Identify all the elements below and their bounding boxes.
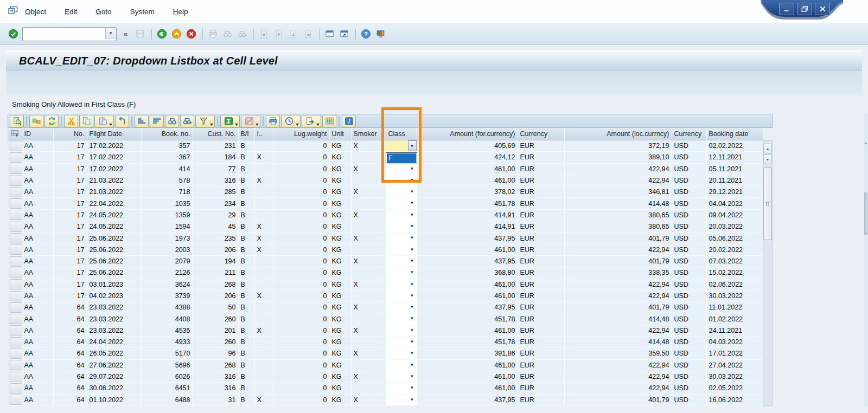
row-selector-button[interactable] — [10, 141, 22, 151]
chevron-down-icon[interactable]: ▼ — [410, 248, 414, 252]
row-selector-button[interactable] — [10, 314, 22, 324]
select-all-header[interactable] — [8, 128, 22, 140]
collapse-icon[interactable]: « — [119, 28, 132, 41]
row-selector-button[interactable] — [10, 187, 22, 197]
sort-desc-icon[interactable] — [150, 115, 164, 127]
enter-icon[interactable] — [7, 28, 20, 41]
class-dropdown-cell[interactable]: ▼ — [386, 371, 417, 382]
row-selector-button[interactable] — [10, 152, 22, 163]
class-dropdown-cell[interactable]: ▼ — [386, 325, 417, 336]
column-header-currency[interactable]: Currency — [672, 128, 706, 140]
class-combo-dropdown-button[interactable]: ▼ — [408, 140, 417, 151]
row-selector[interactable] — [8, 337, 22, 348]
class-dropdown-cell[interactable]: ▼ — [386, 221, 417, 233]
page-scroll-arrow[interactable]: ▲ — [864, 141, 868, 145]
grid-vertical-scrollbar[interactable]: ▲ ▼ — [763, 140, 773, 406]
cancel-icon[interactable] — [184, 28, 197, 41]
row-selector[interactable] — [8, 152, 22, 163]
back-icon[interactable] — [155, 28, 168, 41]
row-selector[interactable] — [8, 313, 22, 325]
column-header-amount-loc-currncy-[interactable]: Amount (loc.currncy) — [564, 128, 672, 140]
chevron-down-icon[interactable]: ▼ — [410, 317, 414, 321]
row-selector-button[interactable] — [10, 291, 22, 301]
class-dropdown-option-f[interactable]: F — [387, 153, 416, 163]
row-selector[interactable] — [8, 255, 22, 267]
print-grid-icon[interactable] — [266, 115, 280, 127]
class-dropdown-cell[interactable]: ▼ — [386, 394, 417, 405]
row-selector[interactable] — [8, 140, 22, 152]
column-header-unit[interactable]: Unit — [329, 128, 351, 140]
class-dropdown-cell[interactable]: ▼ — [386, 255, 417, 267]
row-selector[interactable] — [8, 302, 22, 313]
column-header-amount-for-currency-[interactable]: Amount (for.currency) — [417, 128, 518, 140]
row-selector[interactable] — [8, 348, 22, 359]
row-selector[interactable] — [8, 209, 22, 221]
class-dropdown-cell[interactable]: ▼ — [386, 359, 417, 371]
system-menu-icon[interactable] — [7, 5, 19, 18]
column-header-i-[interactable]: I.. — [254, 128, 273, 140]
chevron-down-icon[interactable]: ▼ — [410, 351, 414, 356]
shortcut-icon[interactable] — [337, 28, 350, 41]
export-icon[interactable] — [302, 115, 321, 127]
command-dropdown-icon[interactable]: ▼ — [105, 28, 116, 39]
menu-object[interactable]: Object — [25, 8, 46, 16]
row-selector-button[interactable] — [10, 233, 22, 243]
row-selector-button[interactable] — [10, 372, 22, 382]
row-selector[interactable] — [8, 325, 22, 336]
chevron-down-icon[interactable]: ▼ — [410, 375, 414, 379]
class-dropdown-cell[interactable]: ▼ — [386, 233, 417, 244]
chevron-down-icon[interactable]: ▼ — [410, 386, 414, 390]
column-header-lug-weight[interactable]: Lug.weight — [273, 128, 329, 140]
row-selector-button[interactable] — [10, 256, 22, 267]
class-dropdown-cell[interactable]: ▼ — [386, 198, 417, 209]
class-dropdown-cell[interactable]: ▼ — [386, 290, 417, 301]
help-icon[interactable]: ? — [359, 28, 372, 41]
class-dropdown-cell[interactable]: ▼ — [386, 186, 417, 198]
sort-asc-icon[interactable] — [135, 115, 149, 127]
column-header-book-no-[interactable]: Book. no. — [141, 128, 193, 140]
scroll-down-button[interactable]: ▼ — [763, 154, 772, 164]
column-header-id[interactable]: ID — [22, 128, 53, 140]
row-selector[interactable] — [8, 175, 22, 186]
row-selector[interactable] — [8, 163, 22, 175]
class-dropdown-cell[interactable]: ▼ — [386, 383, 417, 394]
menu-system[interactable]: System — [130, 8, 155, 16]
column-header-no-[interactable]: No. — [53, 128, 87, 140]
class-dropdown-cell[interactable]: ▼ — [386, 209, 417, 221]
row-selector-button[interactable] — [10, 383, 22, 393]
row-selector[interactable] — [8, 267, 22, 279]
page-scrollbar[interactable]: ▲ — [864, 114, 868, 406]
row-selector[interactable] — [8, 233, 22, 244]
undo-icon[interactable] — [115, 115, 129, 127]
row-selector-button[interactable] — [10, 244, 22, 255]
menu-edit[interactable]: Edit — [65, 8, 77, 16]
row-selector[interactable] — [8, 290, 22, 301]
chevron-down-icon[interactable]: ▼ — [410, 328, 414, 333]
class-dropdown-cell[interactable]: ▼ — [386, 175, 417, 186]
row-selector-button[interactable] — [10, 302, 22, 313]
copy-icon[interactable] — [79, 115, 93, 127]
menu-goto[interactable]: Goto — [95, 8, 111, 16]
class-dropdown-cell[interactable]: ▼ — [386, 267, 417, 279]
row-selector-button[interactable] — [10, 176, 22, 186]
class-dropdown-cell[interactable]: ▼ — [386, 313, 417, 325]
row-selector-button[interactable] — [10, 395, 22, 405]
cut-icon[interactable] — [64, 115, 78, 127]
chevron-down-icon[interactable]: ▼ — [410, 398, 414, 402]
minimize-button[interactable] — [779, 3, 794, 15]
customize-icon[interactable] — [374, 28, 387, 41]
views-icon[interactable] — [281, 115, 301, 127]
up-icon[interactable] — [170, 28, 183, 41]
scrollbar-thumb[interactable] — [763, 167, 772, 240]
column-header-class[interactable]: Class — [386, 128, 417, 140]
row-selector[interactable] — [8, 359, 22, 371]
menu-help[interactable]: Help — [173, 8, 188, 16]
column-header-booking-date[interactable]: Booking date — [706, 128, 763, 140]
find-next-grid-icon[interactable] — [180, 115, 194, 127]
column-header-smoker[interactable]: Smoker — [351, 128, 386, 140]
row-selector-button[interactable] — [10, 279, 22, 289]
class-combo-cell-open[interactable]: ▼ — [386, 140, 417, 152]
chevron-down-icon[interactable]: ▼ — [410, 178, 414, 183]
restore-button[interactable] — [797, 3, 812, 15]
chevron-down-icon[interactable]: ▼ — [410, 259, 414, 263]
